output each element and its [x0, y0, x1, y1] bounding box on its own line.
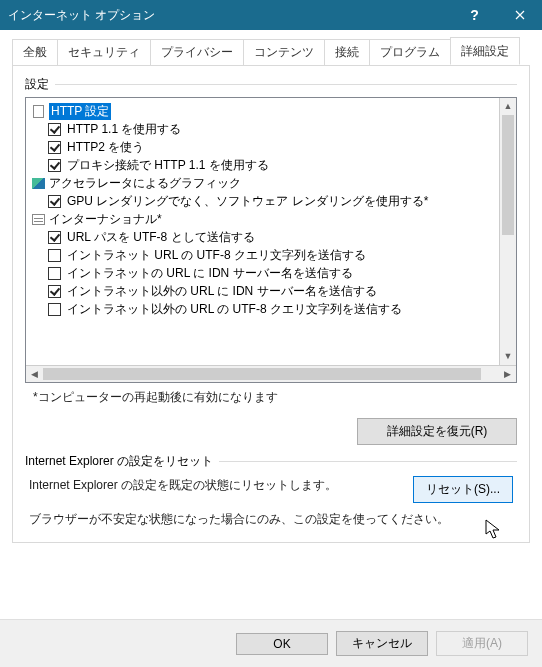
tree-item-label: イントラネットの URL に IDN サーバー名を送信する — [67, 265, 353, 282]
tree-item-label: URL パスを UTF-8 として送信する — [67, 229, 255, 246]
tree-item-label: イントラネット URL の UTF-8 クエリ文字列を送信する — [67, 247, 366, 264]
checkbox[interactable] — [48, 267, 61, 280]
tab-1[interactable]: セキュリティ — [57, 39, 151, 65]
scroll-right-button[interactable]: ▶ — [499, 366, 516, 382]
tree-group-label: HTTP 設定 — [49, 103, 111, 120]
settings-fieldset: 設定 HTTP 設定HTTP 1.1 を使用するHTTP2 を使うプロキシ接続で… — [25, 84, 517, 445]
tree-item-label: HTTP2 を使う — [67, 139, 144, 156]
checkbox[interactable] — [48, 303, 61, 316]
tab-5[interactable]: プログラム — [369, 39, 451, 65]
tree-item[interactable]: イントラネット URL の UTF-8 クエリ文字列を送信する — [30, 246, 499, 264]
dialog-footer: OK キャンセル 適用(A) — [0, 619, 542, 667]
close-icon — [515, 10, 525, 20]
checkbox[interactable] — [48, 249, 61, 262]
tab-strip: 全般セキュリティプライバシーコンテンツ接続プログラム詳細設定 — [12, 39, 530, 66]
tree-content[interactable]: HTTP 設定HTTP 1.1 を使用するHTTP2 を使うプロキシ接続で HT… — [26, 98, 499, 365]
close-button[interactable] — [497, 0, 542, 30]
tree-group-header[interactable]: インターナショナル* — [30, 210, 499, 228]
tab-2[interactable]: プライバシー — [150, 39, 244, 65]
tree-item[interactable]: イントラネット以外の URL に IDN サーバー名を送信する — [30, 282, 499, 300]
scroll-thumb[interactable] — [502, 115, 514, 235]
tree-group-header[interactable]: アクセラレータによるグラフィック — [30, 174, 499, 192]
checkbox[interactable] — [48, 285, 61, 298]
chevron-right-icon: ▶ — [504, 370, 511, 379]
international-icon — [32, 213, 45, 226]
tree-item-label: HTTP 1.1 を使用する — [67, 121, 181, 138]
help-button[interactable]: ? — [452, 0, 497, 30]
scroll-track[interactable] — [500, 115, 516, 348]
tree-item-label: イントラネット以外の URL に IDN サーバー名を送信する — [67, 283, 377, 300]
titlebar[interactable]: インターネット オプション ? — [0, 0, 542, 30]
document-icon — [32, 105, 45, 118]
tab-4[interactable]: 接続 — [324, 39, 370, 65]
hscroll-thumb[interactable] — [43, 368, 481, 380]
tree-item[interactable]: HTTP2 を使う — [30, 138, 499, 156]
vertical-scrollbar[interactable]: ▲ ▼ — [499, 98, 516, 365]
ok-button[interactable]: OK — [236, 633, 328, 655]
tree-item[interactable]: URL パスを UTF-8 として送信する — [30, 228, 499, 246]
window-title: インターネット オプション — [0, 7, 452, 24]
tree-item-label: イントラネット以外の URL の UTF-8 クエリ文字列を送信する — [67, 301, 402, 318]
reset-description: Internet Explorer の設定を既定の状態にリセットします。 — [29, 476, 401, 494]
accelerator-icon — [32, 177, 45, 190]
tab-6[interactable]: 詳細設定 — [450, 37, 520, 65]
scroll-left-button[interactable]: ◀ — [26, 366, 43, 382]
checkbox[interactable] — [48, 195, 61, 208]
tree-item-label: プロキシ接続で HTTP 1.1 を使用する — [67, 157, 269, 174]
help-icon: ? — [470, 7, 479, 23]
horizontal-scrollbar[interactable]: ◀ ▶ — [26, 365, 516, 382]
checkbox[interactable] — [48, 141, 61, 154]
apply-button: 適用(A) — [436, 631, 528, 656]
tree-group-label: アクセラレータによるグラフィック — [49, 175, 241, 192]
tree-item[interactable]: GPU レンダリングでなく、ソフトウェア レンダリングを使用する* — [30, 192, 499, 210]
reset-fieldset: Internet Explorer の設定をリセット Internet Expl… — [25, 461, 517, 528]
tree-group-header[interactable]: HTTP 設定 — [30, 102, 499, 120]
tab-0[interactable]: 全般 — [12, 39, 58, 65]
reset-button[interactable]: リセット(S)... — [413, 476, 513, 503]
scroll-up-button[interactable]: ▲ — [500, 98, 516, 115]
chevron-left-icon: ◀ — [31, 370, 38, 379]
checkbox[interactable] — [48, 159, 61, 172]
chevron-up-icon: ▲ — [504, 102, 513, 111]
tree-group-label: インターナショナル* — [49, 211, 162, 228]
chevron-down-icon: ▼ — [504, 352, 513, 361]
tab-panel-advanced: 設定 HTTP 設定HTTP 1.1 を使用するHTTP2 を使うプロキシ接続で… — [12, 65, 530, 543]
hscroll-track[interactable] — [43, 366, 499, 382]
settings-legend: 設定 — [25, 76, 55, 93]
cancel-button[interactable]: キャンセル — [336, 631, 428, 656]
tree-item[interactable]: HTTP 1.1 を使用する — [30, 120, 499, 138]
restart-note: *コンピューターの再起動後に有効になります — [33, 389, 517, 406]
tab-3[interactable]: コンテンツ — [243, 39, 325, 65]
scroll-down-button[interactable]: ▼ — [500, 348, 516, 365]
tree-item[interactable]: イントラネットの URL に IDN サーバー名を送信する — [30, 264, 499, 282]
reset-legend: Internet Explorer の設定をリセット — [25, 453, 219, 470]
checkbox[interactable] — [48, 123, 61, 136]
tree-item-label: GPU レンダリングでなく、ソフトウェア レンダリングを使用する* — [67, 193, 428, 210]
restore-defaults-button[interactable]: 詳細設定を復元(R) — [357, 418, 517, 445]
checkbox[interactable] — [48, 231, 61, 244]
settings-tree: HTTP 設定HTTP 1.1 を使用するHTTP2 を使うプロキシ接続で HT… — [25, 97, 517, 383]
reset-warning: ブラウザーが不安定な状態になった場合にのみ、この設定を使ってください。 — [29, 511, 513, 528]
tree-item[interactable]: イントラネット以外の URL の UTF-8 クエリ文字列を送信する — [30, 300, 499, 318]
tree-item[interactable]: プロキシ接続で HTTP 1.1 を使用する — [30, 156, 499, 174]
